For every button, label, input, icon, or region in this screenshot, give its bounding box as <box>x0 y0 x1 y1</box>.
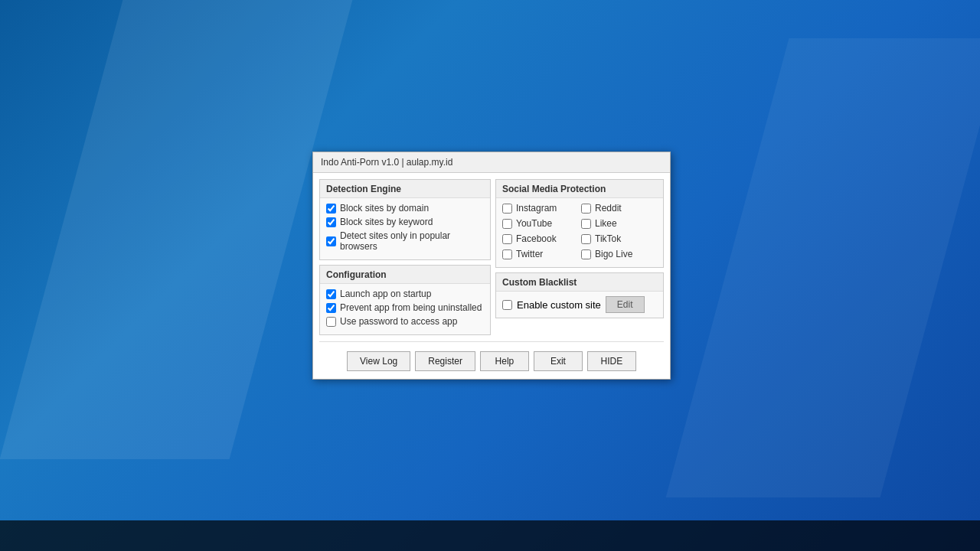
tiktok-checkbox[interactable] <box>581 234 591 244</box>
app-window: Indo Anti-Porn v1.0 | aulap.my.id Detect… <box>312 152 671 380</box>
blacklist-body: Enable custom site Edit <box>496 292 663 318</box>
launch-startup-checkbox[interactable] <box>326 289 336 299</box>
social-youtube: YouTube <box>502 218 578 229</box>
taskbar <box>0 520 980 551</box>
detection-engine-title: Detection Engine <box>320 180 490 198</box>
separator <box>319 341 664 342</box>
detect-popular-browsers-checkbox[interactable] <box>326 236 336 246</box>
config-option-2: Use password to access app <box>326 316 484 327</box>
social-bigo-live: Bigo Live <box>581 249 657 259</box>
window-titlebar: Indo Anti-Porn v1.0 | aulap.my.id <box>313 152 670 173</box>
social-instagram: Instagram <box>502 203 578 214</box>
exit-button[interactable]: Exit <box>534 351 583 371</box>
bigo-live-label: Bigo Live <box>595 249 632 259</box>
social-media-grid: Instagram Reddit YouTube <box>496 198 663 267</box>
twitter-checkbox[interactable] <box>502 249 512 259</box>
detection-engine-body: Block sites by domain Block sites by key… <box>320 198 490 259</box>
social-media-title: Social Media Protection <box>496 180 663 198</box>
config-option-0: Launch app on startup <box>326 289 484 299</box>
bigo-live-checkbox[interactable] <box>581 249 591 259</box>
social-likee: Likee <box>581 218 657 229</box>
configuration-title: Configuration <box>320 266 490 284</box>
twitter-label: Twitter <box>516 249 543 259</box>
edit-button[interactable]: Edit <box>606 296 645 313</box>
social-twitter: Twitter <box>502 249 578 259</box>
social-media-panel: Social Media Protection Instagram Reddit <box>495 179 664 268</box>
launch-startup-label: Launch app on startup <box>340 289 431 299</box>
window-title: Indo Anti-Porn v1.0 | aulap.my.id <box>321 157 452 168</box>
detection-engine-panel: Detection Engine Block sites by domain B… <box>319 179 491 260</box>
instagram-label: Instagram <box>516 203 557 214</box>
youtube-label: YouTube <box>516 218 552 229</box>
use-password-checkbox[interactable] <box>326 317 336 327</box>
configuration-panel: Configuration Launch app on startup Prev… <box>319 265 491 335</box>
social-reddit: Reddit <box>581 203 657 214</box>
tiktok-label: TikTok <box>595 233 621 244</box>
block-by-keyword-label: Block sites by keyword <box>340 217 433 227</box>
right-column: Social Media Protection Instagram Reddit <box>495 179 664 335</box>
window-content: Detection Engine Block sites by domain B… <box>313 173 670 379</box>
enable-custom-site-label: Enable custom site <box>517 299 601 311</box>
instagram-checkbox[interactable] <box>502 204 512 214</box>
top-panels-row: Detection Engine Block sites by domain B… <box>313 173 670 338</box>
block-by-domain-checkbox[interactable] <box>326 204 336 214</box>
help-button[interactable]: Help <box>480 351 529 371</box>
detection-option-1: Block sites by keyword <box>326 217 484 227</box>
likee-checkbox[interactable] <box>581 219 591 229</box>
configuration-body: Launch app on startup Prevent app from b… <box>320 284 490 334</box>
config-option-1: Prevent app from being uninstalled <box>326 302 484 313</box>
prevent-uninstall-checkbox[interactable] <box>326 303 336 313</box>
detection-option-2: Detect sites only in popular browsers <box>326 230 484 252</box>
view-log-button[interactable]: View Log <box>347 351 410 371</box>
enable-custom-site-checkbox[interactable] <box>502 300 512 310</box>
reddit-checkbox[interactable] <box>581 204 591 214</box>
block-by-domain-label: Block sites by domain <box>340 203 429 214</box>
prevent-uninstall-label: Prevent app from being uninstalled <box>340 302 482 313</box>
window-decoration-2 <box>666 38 980 497</box>
social-tiktok: TikTok <box>581 233 657 244</box>
hide-button[interactable]: HIDE <box>587 351 636 371</box>
use-password-label: Use password to access app <box>340 316 457 327</box>
facebook-label: Facebook <box>516 233 557 244</box>
detection-option-0: Block sites by domain <box>326 203 484 214</box>
register-button[interactable]: Register <box>415 351 475 371</box>
custom-blacklist-panel: Custom Blacklist Enable custom site Edit <box>495 272 664 318</box>
detect-popular-browsers-label: Detect sites only in popular browsers <box>340 230 484 252</box>
likee-label: Likee <box>595 218 617 229</box>
custom-blacklist-title: Custom Blacklist <box>496 273 663 292</box>
footer-buttons: View Log Register Help Exit HIDE <box>313 345 670 379</box>
window-decoration-1 <box>0 0 352 459</box>
reddit-label: Reddit <box>595 203 622 214</box>
window-body: Detection Engine Block sites by domain B… <box>313 173 670 379</box>
block-by-keyword-checkbox[interactable] <box>326 217 336 227</box>
social-facebook: Facebook <box>502 233 578 244</box>
youtube-checkbox[interactable] <box>502 219 512 229</box>
left-column: Detection Engine Block sites by domain B… <box>319 179 495 335</box>
facebook-checkbox[interactable] <box>502 234 512 244</box>
